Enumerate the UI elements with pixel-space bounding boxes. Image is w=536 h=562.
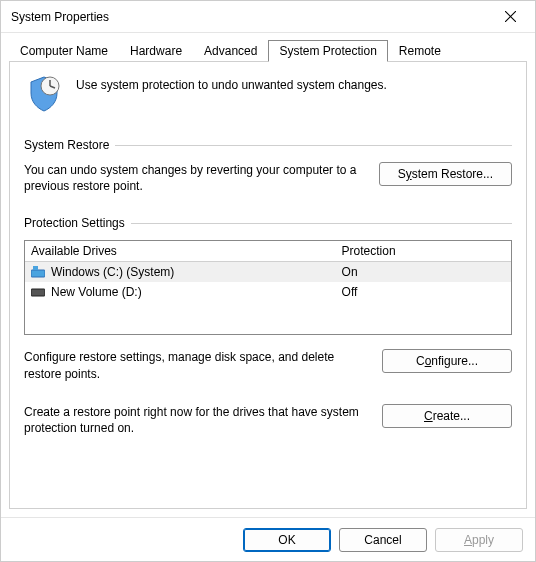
header-drives: Available Drives xyxy=(31,244,342,258)
close-icon xyxy=(505,11,516,22)
cancel-button[interactable]: Cancel xyxy=(339,528,427,552)
drive-name: New Volume (D:) xyxy=(51,285,142,299)
tab-system-protection[interactable]: System Protection xyxy=(268,40,387,62)
table-header: Available Drives Protection xyxy=(25,241,511,262)
divider xyxy=(131,223,512,224)
protection-settings-group: Protection Settings Available Drives Pro… xyxy=(24,216,512,436)
divider xyxy=(115,145,512,146)
shield-clock-icon xyxy=(24,74,64,114)
system-restore-label: System Restore xyxy=(24,138,109,152)
create-description: Create a restore point right now for the… xyxy=(24,404,366,436)
drive-status: On xyxy=(342,265,505,279)
intro-text: Use system protection to undo unwanted s… xyxy=(76,74,387,92)
table-row[interactable]: Windows (C:) (System) On xyxy=(25,262,511,282)
apply-button[interactable]: Apply xyxy=(435,528,523,552)
svg-rect-6 xyxy=(33,266,38,270)
tab-panel: Use system protection to undo unwanted s… xyxy=(9,61,527,509)
tab-strip: Computer Name Hardware Advanced System P… xyxy=(1,33,535,61)
window-title: System Properties xyxy=(11,10,489,24)
close-button[interactable] xyxy=(489,2,531,32)
system-restore-group: System Restore You can undo system chang… xyxy=(24,138,512,194)
header-protection: Protection xyxy=(342,244,505,258)
svg-rect-5 xyxy=(31,270,45,277)
drive-status: Off xyxy=(342,285,505,299)
system-restore-description: You can undo system changes by reverting… xyxy=(24,162,363,194)
create-button[interactable]: Create... xyxy=(382,404,512,428)
configure-button[interactable]: Configure... xyxy=(382,349,512,373)
drive-system-icon xyxy=(31,266,45,278)
system-properties-window: System Properties Computer Name Hardware… xyxy=(0,0,536,562)
tab-computer-name[interactable]: Computer Name xyxy=(9,40,119,62)
dialog-footer: OK Cancel Apply xyxy=(1,517,535,561)
configure-description: Configure restore settings, manage disk … xyxy=(24,349,366,381)
table-row[interactable]: New Volume (D:) Off xyxy=(25,282,511,302)
protection-settings-label: Protection Settings xyxy=(24,216,125,230)
intro-row: Use system protection to undo unwanted s… xyxy=(24,74,512,114)
tab-advanced[interactable]: Advanced xyxy=(193,40,268,62)
ok-button[interactable]: OK xyxy=(243,528,331,552)
svg-rect-7 xyxy=(31,289,45,296)
drive-icon xyxy=(31,286,45,298)
drives-table[interactable]: Available Drives Protection Windows (C:)… xyxy=(24,240,512,335)
tab-remote[interactable]: Remote xyxy=(388,40,452,62)
tab-hardware[interactable]: Hardware xyxy=(119,40,193,62)
drive-name: Windows (C:) (System) xyxy=(51,265,174,279)
system-restore-button[interactable]: System Restore... xyxy=(379,162,512,186)
titlebar: System Properties xyxy=(1,1,535,33)
